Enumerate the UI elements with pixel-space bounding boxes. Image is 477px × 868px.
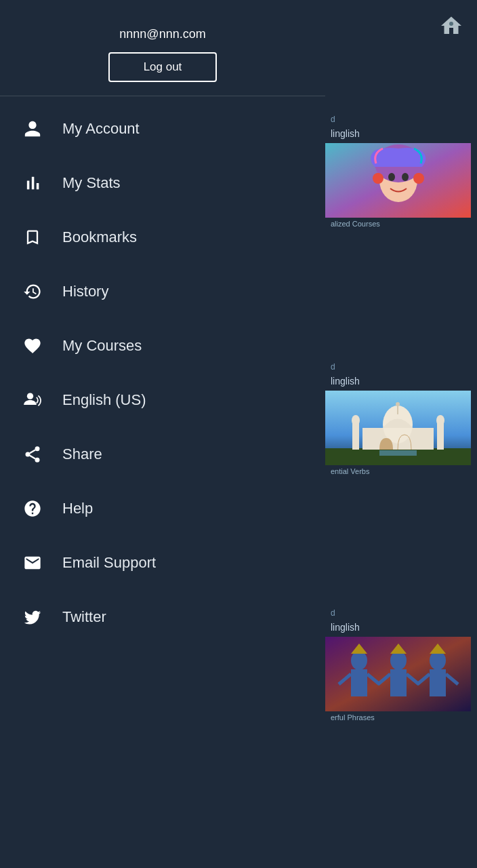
svg-point-4 bbox=[373, 173, 383, 184]
drawer-header: nnnn@nnn.com Log out bbox=[0, 0, 325, 96]
menu-item-history-label: History bbox=[62, 283, 108, 300]
history-icon bbox=[19, 278, 46, 305]
navigation-drawer: nnnn@nnn.com Log out My Account My Stats bbox=[0, 0, 325, 868]
menu-item-my-courses-label: My Courses bbox=[62, 337, 142, 355]
svg-rect-32 bbox=[325, 637, 471, 711]
menu-item-email-support-label: Email Support bbox=[62, 554, 156, 572]
menu-item-twitter[interactable]: Twitter bbox=[0, 590, 325, 644]
user-email: nnnn@nnn.com bbox=[16, 27, 309, 41]
svg-point-15 bbox=[352, 415, 360, 426]
bg-card-3-subtitle: erful Phrases bbox=[325, 711, 477, 724]
svg-point-36 bbox=[35, 458, 40, 462]
drawer-menu: My Account My Stats Bookmarks bbox=[0, 96, 325, 868]
svg-point-34 bbox=[35, 446, 40, 451]
bg-card-1-title: linglish bbox=[325, 127, 477, 143]
menu-item-my-account[interactable]: My Account bbox=[0, 102, 325, 156]
help-icon bbox=[19, 495, 46, 522]
bg-card-2: d linglish bbox=[325, 359, 477, 477]
bg-card-1-image bbox=[325, 143, 471, 218]
svg-point-35 bbox=[26, 452, 30, 457]
menu-item-my-courses[interactable]: My Courses bbox=[0, 319, 325, 373]
svg-point-6 bbox=[388, 173, 395, 181]
svg-point-13 bbox=[396, 402, 400, 406]
menu-item-my-stats[interactable]: My Stats bbox=[0, 156, 325, 210]
bg-card-3-image bbox=[325, 637, 471, 711]
bg-card-3-title: linglish bbox=[325, 620, 477, 637]
menu-item-help[interactable]: Help bbox=[0, 481, 325, 536]
menu-item-share[interactable]: Share bbox=[0, 427, 325, 481]
menu-item-share-label: Share bbox=[62, 446, 102, 463]
svg-point-17 bbox=[436, 415, 444, 426]
menu-item-my-account-label: My Account bbox=[62, 120, 140, 138]
menu-item-twitter-label: Twitter bbox=[62, 608, 106, 626]
home-icon[interactable] bbox=[439, 14, 463, 38]
menu-item-bookmarks-label: Bookmarks bbox=[62, 229, 137, 246]
stats-icon bbox=[19, 170, 46, 197]
menu-item-bookmarks[interactable]: Bookmarks bbox=[0, 210, 325, 264]
svg-rect-18 bbox=[379, 450, 417, 456]
svg-line-38 bbox=[30, 450, 35, 454]
svg-point-33 bbox=[27, 393, 33, 399]
svg-line-37 bbox=[30, 456, 35, 459]
bg-card-1-subtitle: alized Courses bbox=[325, 218, 477, 230]
account-icon bbox=[19, 115, 46, 142]
bg-card-1-label: d bbox=[325, 112, 477, 127]
menu-item-help-label: Help bbox=[62, 500, 93, 517]
bg-card-1: d linglish bbox=[325, 112, 477, 230]
bookmarks-icon bbox=[19, 224, 46, 251]
bg-card-3: d linglish bbox=[325, 606, 477, 724]
menu-item-english-us-label: English (US) bbox=[62, 391, 146, 409]
menu-item-history[interactable]: History bbox=[0, 264, 325, 319]
home-icon-area[interactable] bbox=[439, 14, 463, 41]
menu-item-email-support[interactable]: Email Support bbox=[0, 536, 325, 590]
bg-card-2-subtitle: ential Verbs bbox=[325, 465, 477, 477]
share-icon bbox=[19, 441, 46, 468]
heart-icon bbox=[19, 332, 46, 359]
language-icon bbox=[19, 387, 46, 414]
svg-point-5 bbox=[413, 173, 424, 184]
menu-item-my-stats-label: My Stats bbox=[62, 174, 121, 192]
logout-button[interactable]: Log out bbox=[108, 52, 217, 82]
email-icon bbox=[19, 549, 46, 576]
bg-card-2-label: d bbox=[325, 359, 477, 374]
twitter-icon bbox=[19, 604, 46, 631]
bg-card-3-label: d bbox=[325, 606, 477, 620]
menu-item-english-us[interactable]: English (US) bbox=[0, 373, 325, 427]
svg-point-0 bbox=[449, 22, 453, 26]
bg-card-2-title: linglish bbox=[325, 374, 477, 391]
svg-point-7 bbox=[402, 173, 409, 181]
bg-card-2-image bbox=[325, 391, 471, 465]
